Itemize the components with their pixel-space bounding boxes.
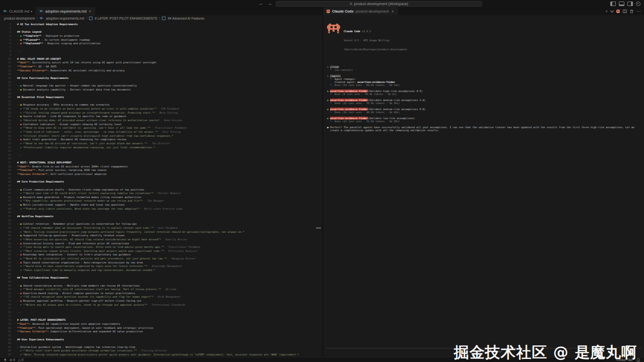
toggle-secondary-sidebar-icon[interactable] — [627, 2, 633, 6]
breadcrumb-item-file[interactable]: adoption-requirements.md — [46, 17, 84, 20]
code-line: 81**Success Criteria**: Competitive diff… — [0, 330, 323, 334]
code-line: 37# NEXT: OPERATIONAL SCALE DEPLOYMENT — [0, 161, 323, 165]
code-line: 23 > *"AI needs to be reliable on basic … — [0, 107, 323, 111]
kill-terminal-icon[interactable] — [630, 10, 633, 13]
code-line: 74 > *"Before any AI output goes to clie… — [0, 303, 323, 307]
code-line: 21 — [0, 100, 323, 104]
code-line: 71- ● Expertise-based routing - Direct c… — [0, 292, 323, 296]
terminal-tab-bar: Claude Code product-development × + ⋯ — [323, 7, 644, 15]
code-line: 50 — [0, 211, 323, 215]
code-line: 43 — [0, 184, 323, 188]
code-line: 80**Timeline**: Post-operational deploym… — [0, 326, 323, 330]
code-line: 33 > *Professional liability requires do… — [0, 146, 323, 150]
tab-label: CLAUDE.md — [9, 10, 29, 13]
code-line: 17- ● Natural language tax queries - Ans… — [0, 84, 323, 88]
breadcrumb-item-subsection[interactable]: ## Advanced AI Features — [168, 17, 204, 20]
breadcrumb: product-development › M↓ adoption-requir… — [0, 15, 323, 21]
code-line: 67## Team Collaboration Requirements — [0, 276, 323, 280]
code-line: 44- ● Client communication drafts - Gene… — [0, 188, 323, 192]
terminal-tab-claude-code[interactable]: Claude Code product-development × — [323, 7, 398, 15]
claude-code-version: v2.0.1 — [360, 30, 371, 33]
code-line: 53- ● Context retention - Remember prior… — [0, 222, 323, 226]
terminal-lines: > /clear └ (no content) > /agents └ Agen… — [327, 65, 644, 132]
code-line: 75 — [0, 307, 323, 311]
new-terminal-icon[interactable]: + — [605, 9, 608, 14]
code-line: 18- ● Document analysis capability - Ext… — [0, 88, 323, 92]
chevron-right-icon: › — [159, 17, 160, 20]
code-line: 46- ● Research memo generation - Produce… — [0, 196, 323, 200]
terminal-line: create a comprehensive update with all t… — [327, 129, 644, 132]
code-line: 29 > *"Some kind of indicator - color, i… — [0, 130, 323, 134]
claude-launch-icon[interactable] — [616, 10, 620, 13]
code-line: 4- ● **Complete** - Deployed to producti… — [0, 34, 323, 38]
bell-icon[interactable] — [636, 358, 640, 362]
code-line: 65 > *Takes significant time to manually… — [0, 268, 323, 273]
tab-claude-md[interactable]: M↓ CLAUDE.md ● — [0, 7, 36, 15]
nav-back-icon[interactable]: ← — [259, 1, 263, 6]
chevron-right-icon: › — [86, 17, 87, 20]
toggle-panel-icon[interactable] — [619, 2, 624, 6]
code-line: 55 > *Note: Testing revealed practitione… — [0, 230, 323, 234]
code-line: 10# NOW: PILOT PROOF-OF-CONCEPT — [0, 57, 323, 61]
code-line: 25- ● Source citation - Link AI response… — [0, 115, 323, 119]
code-line: 38**Goal**: Enable firm to use AI assist… — [0, 165, 323, 169]
symbol-heading-icon — [162, 17, 166, 20]
more-actions-icon[interactable]: ⋯ — [636, 9, 640, 14]
editor-tab-bar: M↓ CLAUDE.md ● M↓ adoption-requirements.… — [0, 7, 323, 15]
code-line: 85- Interactive guidance system - Walkth… — [0, 345, 323, 349]
code-line: 79**Goal**: Advanced AI capabilities bey… — [0, 322, 323, 326]
editor-group: M↓ CLAUDE.md ● M↓ adoption-requirements.… — [0, 7, 323, 357]
terminal-panel: Claude Code product-development × + ⋯ — [323, 7, 644, 357]
code-line: 66 — [0, 273, 323, 277]
toggle-primary-sidebar-icon[interactable] — [610, 2, 616, 6]
code-line: 30 > *Critical blocker: Users can't visu… — [0, 134, 323, 138]
nav-forward-icon[interactable]: → — [268, 1, 272, 6]
tab-adoption-requirements-md[interactable]: M↓ adoption-requirements.md × — [36, 7, 95, 15]
code-line: 39**Timeline**: Post-pilot success, targ… — [0, 168, 323, 172]
code-line: 5- ● **Planned** - In current developmen… — [0, 38, 323, 42]
code-line: 35--- — [0, 153, 323, 157]
code-line: 72 > *"AI should recognize when question… — [0, 295, 323, 299]
code-line: 16 — [0, 80, 323, 84]
code-line: 56- ● Suggested follow-up questions - Pr… — [0, 234, 323, 238]
close-icon[interactable]: × — [89, 10, 91, 13]
split-terminal-icon[interactable] — [623, 10, 627, 13]
code-editor[interactable]: 1# AI Tax Assistant Adoption Requirement… — [0, 21, 323, 357]
code-line: 11**Goal**: Successfully assist with 10 … — [0, 61, 323, 65]
warnings-indicator[interactable]: △ 0 — [18, 358, 23, 362]
customize-layout-icon[interactable] — [636, 2, 640, 6]
breadcrumb-item-folder[interactable]: product-development — [4, 17, 35, 20]
claude-logo — [327, 24, 340, 34]
code-line: 12**Timeline**: Q3 - Q4 2025 — [0, 65, 323, 69]
code-line: 57 > *"When answering one question, AI s… — [0, 238, 323, 242]
code-line: 64 > *"Would help to have conversations … — [0, 264, 323, 268]
tab-dirty-icon[interactable]: ● — [31, 10, 32, 13]
code-line: 70 > *"Need manager visibility into AI c… — [0, 288, 323, 292]
chevron-right-icon: › — [37, 17, 38, 20]
code-line: 83## User Experience Enhancements — [0, 338, 323, 342]
workspace-search-box[interactable]: product-development (Workspace) — [276, 1, 482, 7]
tab-label: adoption-requirements.md — [45, 10, 87, 13]
claude-code-header: Claude Code v2.0.1 Sonnet 4.5 · API Usag… — [327, 24, 644, 57]
code-line: 84 — [0, 341, 323, 345]
code-line: 77 — [0, 315, 323, 319]
chevron-down-icon[interactable] — [610, 9, 614, 12]
close-icon[interactable]: × — [392, 10, 394, 13]
code-line: 54 > *"AI should remember what we discus… — [0, 226, 323, 230]
code-line: 27- ● Confidence indicators - Visual sig… — [0, 123, 323, 127]
breadcrumb-item-section[interactable]: # LATER: POST-PILOT ENHANCEMENTS — [95, 17, 157, 20]
code-line: 22- ● Response accuracy - 95%+ accuracy … — [0, 103, 323, 107]
code-line: 45 > *"Would save time if AI could draft… — [0, 192, 323, 196]
code-line: 68 — [0, 280, 323, 284]
watermark-text: 掘金技术社区 @ 是魔丸啊 — [454, 342, 637, 362]
code-line: 52 — [0, 219, 323, 223]
status-flash-icon — [4, 358, 7, 361]
title-bar: ← → product-development (Workspace) — [0, 0, 644, 8]
terminal-output[interactable]: Claude Code v2.0.1 Sonnet 4.5 · API Usag… — [323, 15, 644, 357]
editor-scrollbar[interactable] — [316, 227, 321, 229]
code-line: 60 > *"Most scenarios repeat across clie… — [0, 249, 323, 253]
code-line: 7 — [0, 46, 323, 50]
code-line: 63- ● Topic-based conversation organizat… — [0, 261, 323, 265]
code-line: 36 — [0, 157, 323, 161]
errors-indicator[interactable]: ⊘ 0 — [10, 358, 15, 362]
